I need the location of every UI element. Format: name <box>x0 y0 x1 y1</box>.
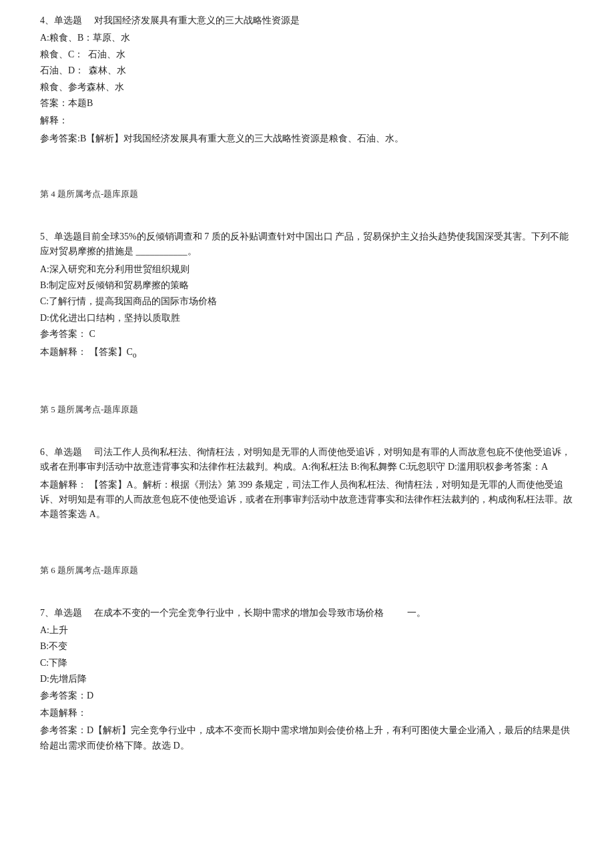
q4-number: 4、 <box>40 15 54 25</box>
divider-4 <box>40 429 574 445</box>
q6-type: 单选题 <box>54 447 82 457</box>
q7-analysis-content: 参考答案：D【解析】完全竞争行业中，成本不变而长期中需求增加则会使价格上升，有利… <box>40 723 574 753</box>
q5-option-a: A:深入研究和充分利用世贸组织规则 <box>40 262 574 277</box>
question-4: 4、单选题 对我国经济发展具有重大意义的三大战略性资源是 A:粮食、B：草原、水… <box>40 13 574 146</box>
divider-6 <box>40 590 574 606</box>
divider-3 <box>40 375 574 391</box>
q4-option-b: 粮食、C： 石油、水 <box>40 47 574 62</box>
q4-analysis-label: 解释： <box>40 113 574 128</box>
q4-analysis-content: 参考答案:B【解析】对我国经济发展具有重大意义的三大战略性资源是粮食、石油、水。 <box>40 131 574 146</box>
q5-type: 单选题 <box>54 232 82 242</box>
q4-option-d: 粮食、参考森林、水 <box>40 80 574 95</box>
q7-type: 单选题 <box>54 608 82 618</box>
q4-option-c: 石油、D： 森林、水 <box>40 63 574 78</box>
q7-option-d: D:先增后降 <box>40 672 574 687</box>
q6-title: 6、单选题 司法工作人员徇私枉法、徇情枉法，对明知是无罪的人而使他受追诉，对明知… <box>40 445 574 475</box>
q5-answer: 参考答案： C <box>40 327 574 342</box>
question-7: 7、单选题 在成本不变的一个完全竞争行业中，长期中需求的增加会导致市场价格 一。… <box>40 606 574 754</box>
q5-option-d: D:优化进出口结构，坚持以质取胜 <box>40 311 574 326</box>
q5-tag: 第 5 题所属考点-题库原题 <box>40 403 574 417</box>
q7-option-c: C:下降 <box>40 656 574 671</box>
q4-title: 4、单选题 对我国经济发展具有重大意义的三大战略性资源是 <box>40 13 574 28</box>
q4-content: 对我国经济发展具有重大意义的三大战略性资源是 <box>94 15 300 25</box>
q6-analysis-label: 本题解释： 【答案】A。解析：根据《刑法》第 399 条规定，司法工作人员徇私枉… <box>40 478 574 522</box>
question-6: 6、单选题 司法工作人员徇私枉法、徇情枉法，对明知是无罪的人而使他受追诉，对明知… <box>40 445 574 522</box>
q7-number: 7、 <box>40 608 54 618</box>
q5-option-c: C:了解行情，提高我国商品的国际市场价格 <box>40 294 574 309</box>
question-5: 5、单选题目前全球35%的反倾销调查和 7 质的反补贴调查针对中国出口 产品，贸… <box>40 230 574 362</box>
q4-tag: 第 4 题所属考点-题库原题 <box>40 187 574 201</box>
q5-analysis-label: 本题解释： 【答案】Co <box>40 345 574 362</box>
q6-tag: 第 6 题所属考点-题库原题 <box>40 564 574 578</box>
divider-2 <box>40 213 574 230</box>
q6-number: 6、 <box>40 447 54 457</box>
q4-type: 单选题 <box>54 15 82 25</box>
q7-analysis-label: 本题解释： <box>40 706 574 721</box>
q5-option-b: B:制定应对反倾销和贸易摩擦的策略 <box>40 278 574 293</box>
q7-title: 7、单选题 在成本不变的一个完全竞争行业中，长期中需求的增加会导致市场价格 一。 <box>40 606 574 620</box>
divider-5 <box>40 536 574 552</box>
q5-number: 5、 <box>40 232 54 242</box>
q4-option-a: A:粮食、B：草原、水 <box>40 31 574 45</box>
q5-title: 5、单选题目前全球35%的反倾销调查和 7 质的反补贴调查针对中国出口 产品，贸… <box>40 230 574 260</box>
divider-1 <box>40 159 574 175</box>
q7-answer: 参考答案：D <box>40 689 574 703</box>
q7-option-a: A:上升 <box>40 623 574 638</box>
q7-option-b: B:不变 <box>40 639 574 654</box>
q4-answer: 答案：本题B <box>40 96 574 111</box>
